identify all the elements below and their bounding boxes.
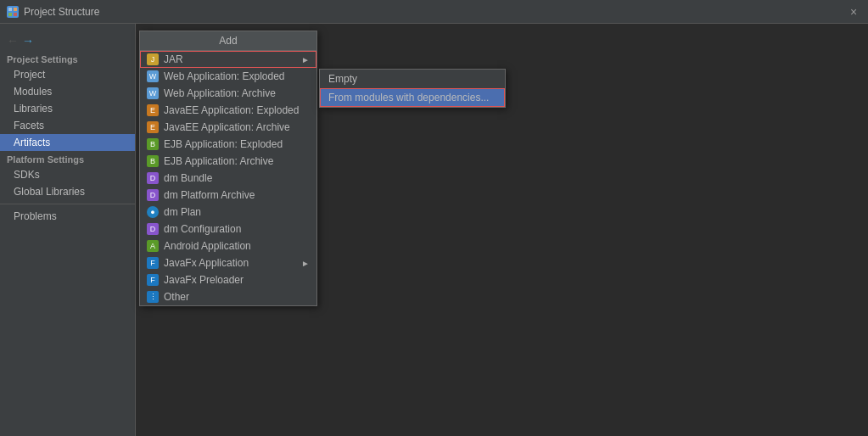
title-bar: Project Structure ×	[0, 0, 868, 24]
svg-rect-3	[14, 13, 17, 16]
javaee-exploded-icon: E	[147, 104, 159, 116]
javafx-preloader-icon: F	[147, 274, 159, 286]
menu-item-label: Android Application	[164, 240, 251, 252]
window-title: Project Structure	[24, 6, 99, 18]
menu-item-javafx-application[interactable]: F JavaFx Application ►	[140, 254, 316, 271]
menu-item-label: Web Application: Archive	[164, 87, 276, 99]
menu-item-label: JavaFx Application	[164, 257, 249, 269]
menu-item-label: dm Plan	[164, 206, 201, 218]
menu-item-label: EJB Application: Archive	[164, 155, 273, 167]
android-icon: A	[147, 240, 159, 252]
sidebar-item-facets[interactable]: Facets	[0, 117, 135, 134]
submenu-item-label: From modules with dependencies...	[328, 92, 489, 103]
menu-item-web-app-archive[interactable]: W Web Application: Archive	[140, 85, 316, 102]
sidebar-item-label: SDKs	[14, 169, 40, 181]
close-button[interactable]: ×	[846, 4, 861, 20]
menu-item-android-application[interactable]: A Android Application	[140, 238, 316, 254]
sidebar-item-sdks[interactable]: SDKs	[0, 166, 135, 183]
project-settings-label: Project Settings	[0, 51, 135, 66]
menu-item-label: JavaEE Application: Archive	[164, 121, 290, 133]
sidebar-item-global-libraries[interactable]: Global Libraries	[0, 183, 135, 200]
web-icon: W	[147, 70, 159, 82]
sidebar-item-label: Problems	[14, 210, 57, 222]
sidebar-item-artifacts[interactable]: Artifacts	[0, 134, 135, 151]
menu-item-label: EJB Application: Exploded	[164, 138, 283, 150]
app-icon	[7, 6, 19, 18]
submenu-item-label: Empty	[328, 73, 357, 85]
other-icon: ⋮	[147, 291, 159, 303]
jar-submenu: Empty From modules with dependencies...	[319, 69, 506, 108]
menu-item-jar[interactable]: J JAR ► Empty From modules with dependen…	[140, 51, 316, 68]
title-bar-left: Project Structure	[7, 6, 99, 18]
jar-icon: J	[147, 53, 159, 65]
sidebar-item-label: Artifacts	[14, 137, 50, 148]
ejb-archive-icon: B	[147, 155, 159, 167]
menu-item-label: Other	[164, 291, 189, 303]
dm-bundle-icon: D	[147, 172, 159, 184]
add-menu-header: Add	[140, 31, 316, 51]
sidebar-item-libraries[interactable]: Libraries	[0, 100, 135, 117]
menu-item-ejb-archive[interactable]: B EJB Application: Archive	[140, 153, 316, 170]
menu-item-label: dm Bundle	[164, 172, 212, 184]
sidebar-item-label: Global Libraries	[14, 186, 85, 198]
menu-item-dm-platform-archive[interactable]: D dm Platform Archive	[140, 187, 316, 204]
sidebar-item-label: Project	[14, 69, 45, 81]
dm-config-icon: D	[147, 223, 159, 235]
nav-back-button[interactable]: ←	[7, 34, 19, 48]
svg-rect-0	[8, 8, 12, 11]
javafx-submenu-arrow-icon: ►	[301, 259, 310, 268]
sidebar-item-label: Libraries	[14, 103, 53, 115]
sidebar-item-label: Modules	[14, 86, 52, 98]
ejb-exploded-icon: B	[147, 138, 159, 150]
menu-item-other[interactable]: ⋮ Other	[140, 288, 316, 305]
nav-forward-button[interactable]: →	[22, 34, 34, 48]
platform-settings-label: Platform Settings	[0, 151, 135, 166]
menu-item-label: JavaFx Preloader	[164, 274, 244, 286]
sidebar-item-modules[interactable]: Modules	[0, 83, 135, 100]
menu-item-dm-plan[interactable]: ● dm Plan	[140, 204, 316, 221]
dm-platform-icon: D	[147, 189, 159, 201]
dm-plan-icon: ●	[147, 206, 159, 218]
javafx-app-icon: F	[147, 257, 159, 269]
javaee-archive-icon: E	[147, 121, 159, 133]
menu-item-label: JavaEE Application: Exploded	[164, 104, 299, 116]
menu-item-label: JAR	[164, 53, 183, 65]
menu-item-label: dm Platform Archive	[164, 189, 255, 201]
menu-item-javaee-exploded[interactable]: E JavaEE Application: Exploded	[140, 102, 316, 119]
sidebar-divider	[0, 204, 135, 204]
main-layout: ← → Project Settings Project Modules Lib…	[0, 24, 868, 436]
sidebar-item-problems[interactable]: Problems	[0, 208, 135, 225]
submenu-item-from-modules[interactable]: From modules with dependencies...	[320, 88, 505, 107]
menu-item-dm-bundle[interactable]: D dm Bundle	[140, 170, 316, 187]
menu-item-javaee-archive[interactable]: E JavaEE Application: Archive	[140, 119, 316, 136]
submenu-arrow-icon: ►	[301, 55, 310, 64]
submenu-item-empty[interactable]: Empty	[320, 70, 505, 88]
sidebar: ← → Project Settings Project Modules Lib…	[0, 24, 136, 436]
menu-item-dm-configuration[interactable]: D dm Configuration	[140, 221, 316, 238]
web-archive-icon: W	[147, 87, 159, 99]
content-area: + − Add J JAR ► Empty From modules with …	[136, 24, 868, 436]
svg-rect-1	[14, 8, 17, 11]
sidebar-item-project[interactable]: Project	[0, 66, 135, 83]
sidebar-item-label: Facets	[14, 120, 44, 131]
menu-item-label: Web Application: Exploded	[164, 70, 285, 82]
menu-item-ejb-exploded[interactable]: B EJB Application: Exploded	[140, 136, 316, 153]
nav-toolbar: ← →	[0, 31, 135, 51]
svg-rect-2	[8, 13, 12, 16]
menu-item-web-app-exploded[interactable]: W Web Application: Exploded	[140, 68, 316, 85]
menu-item-javafx-preloader[interactable]: F JavaFx Preloader	[140, 271, 316, 288]
add-dropdown-menu: Add J JAR ► Empty From modules with depe…	[139, 31, 317, 306]
menu-item-label: dm Configuration	[164, 223, 241, 235]
